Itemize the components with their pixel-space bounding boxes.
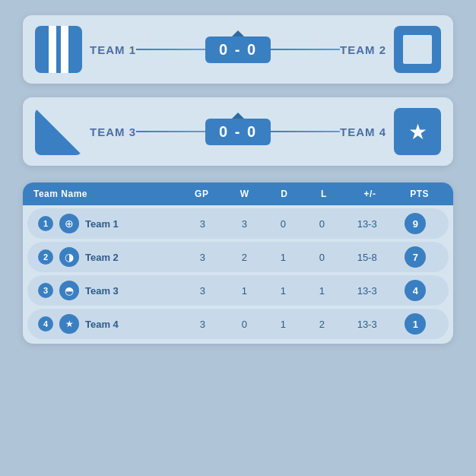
team3-flag — [35, 108, 82, 155]
header-pts: PTS — [396, 189, 443, 199]
star-icon: ★ — [408, 119, 427, 144]
team-cell-2: 2 ◑ Team 2 — [38, 247, 180, 267]
table-header: Team Name GP W D L +/- PTS — [23, 182, 453, 205]
team-name-1: Team 1 — [85, 218, 119, 230]
connector-line-left — [136, 49, 205, 50]
l-3: 1 — [303, 285, 341, 297]
match-card-1: TEAM 1 0 - 0 TEAM 2 — [23, 15, 453, 84]
score-display-1: 0 - 0 — [205, 36, 271, 63]
team2-icon-symbol: ◑ — [65, 251, 74, 263]
team3-icon-symbol: ◓ — [65, 284, 74, 297]
pts-badge-4: 1 — [405, 313, 426, 335]
flag-triangle — [35, 108, 82, 155]
gp-1: 3 — [180, 218, 225, 230]
header-team-name: Team Name — [33, 189, 179, 199]
table-row: 2 ◑ Team 2 3 2 1 0 15-8 7 — [27, 242, 449, 272]
diff-1: 13-3 — [341, 218, 393, 230]
score-display-2: 0 - 0 — [205, 119, 271, 145]
team3-label: TEAM 3 — [90, 125, 136, 138]
team2-flag — [394, 26, 441, 73]
team3-left: TEAM 3 — [35, 108, 136, 155]
diff-2: 15-8 — [341, 252, 393, 263]
team4-flag: ★ — [394, 108, 441, 155]
pts-3: 4 — [393, 280, 438, 301]
team4-icon-symbol: ★ — [65, 319, 74, 329]
d-4: 1 — [264, 319, 303, 330]
gp-2: 3 — [180, 252, 225, 263]
diff-3: 13-3 — [341, 285, 393, 297]
gp-4: 3 — [180, 319, 225, 330]
flag-inner — [403, 35, 432, 64]
rank-badge-1: 1 — [38, 216, 53, 231]
pts-badge-1: 9 — [405, 213, 426, 234]
team-icon-3: ◓ — [59, 281, 79, 300]
team1-flag — [35, 26, 82, 73]
header-diff: +/- — [344, 189, 396, 199]
flag-stripe — [49, 26, 56, 73]
header-gp: GP — [179, 189, 225, 199]
pts-2: 7 — [393, 246, 438, 268]
team-name-2: Team 2 — [85, 252, 119, 263]
flag-stripe — [61, 26, 68, 73]
team-cell-1: 1 ⊕ Team 1 — [38, 214, 180, 233]
team-icon-2: ◑ — [59, 247, 79, 267]
w-1: 3 — [225, 218, 264, 230]
match-card-2: TEAM 3 0 - 0 ★ TEAM 4 — [23, 97, 453, 166]
l-2: 0 — [303, 252, 341, 263]
table-row: 3 ◓ Team 3 3 1 1 1 13-3 4 — [27, 275, 449, 306]
team1-label: TEAM 1 — [90, 43, 136, 56]
header-w: W — [225, 189, 265, 199]
standings-table: Team Name GP W D L +/- PTS 1 ⊕ Team 1 3 … — [23, 182, 453, 344]
d-3: 1 — [264, 285, 303, 297]
team2-right: TEAM 2 — [340, 26, 441, 73]
team2-label: TEAM 2 — [340, 43, 386, 56]
team4-label: TEAM 4 — [340, 125, 386, 138]
l-1: 0 — [303, 218, 341, 230]
pts-4: 1 — [393, 313, 438, 335]
table-row: 1 ⊕ Team 1 3 3 0 0 13-3 9 — [27, 208, 449, 239]
team4-right: ★ TEAM 4 — [340, 108, 441, 155]
team-icon-1: ⊕ — [59, 214, 79, 233]
connector-line-right2 — [271, 131, 340, 132]
w-3: 1 — [225, 285, 264, 297]
team-icon-4: ★ — [59, 314, 79, 334]
team1-icon-symbol: ⊕ — [65, 217, 74, 230]
w-4: 0 — [225, 319, 264, 330]
table-row: 4 ★ Team 4 3 0 1 2 13-3 1 — [27, 309, 449, 339]
team-cell-4: 4 ★ Team 4 — [38, 314, 180, 334]
connector-line-right — [271, 49, 340, 50]
pts-badge-2: 7 — [405, 246, 426, 268]
score-connector-2: 0 - 0 — [136, 119, 340, 145]
team1-left: TEAM 1 — [35, 26, 136, 73]
w-2: 2 — [225, 252, 264, 263]
team-name-4: Team 4 — [85, 319, 119, 330]
l-4: 2 — [303, 319, 341, 330]
score-connector-1: 0 - 0 — [136, 36, 340, 63]
team-name-3: Team 3 — [85, 285, 119, 297]
gp-3: 3 — [180, 285, 225, 297]
connector-line-left2 — [136, 131, 205, 132]
d-1: 0 — [264, 218, 303, 230]
diff-4: 13-3 — [341, 319, 393, 330]
rank-badge-4: 4 — [38, 316, 53, 332]
pts-1: 9 — [393, 213, 438, 234]
team-cell-3: 3 ◓ Team 3 — [38, 281, 180, 300]
pts-badge-3: 4 — [405, 280, 426, 301]
rank-badge-3: 3 — [38, 283, 53, 298]
scoreboard-section: TEAM 1 0 - 0 TEAM 2 TEAM 3 0 - 0 — [23, 15, 453, 166]
header-d: D — [265, 189, 304, 199]
header-l: L — [304, 189, 344, 199]
rank-badge-2: 2 — [38, 249, 53, 265]
d-2: 1 — [264, 252, 303, 263]
